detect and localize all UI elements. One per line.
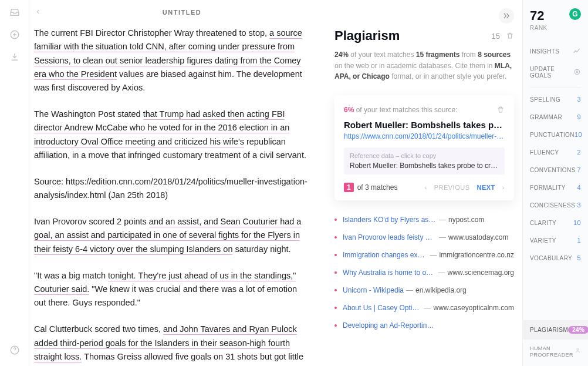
category-row[interactable]: VARIETY1 [530,231,581,249]
new-doc-icon[interactable] [9,29,20,40]
doc-title[interactable]: UNTITLED [163,9,201,16]
category-row[interactable]: FORMALITY4 [530,179,581,196]
match-list: Islanders KO'd by Flyers as losing strea… [334,211,514,334]
plagiarism-pill: 24% [568,326,588,334]
list-item[interactable]: Unicorn - Wikipedia — en.wikipedia.org [334,281,514,299]
category-row[interactable]: VOCABULARY5 [530,249,581,267]
goals-row[interactable]: UPDATE GOALS [530,61,581,84]
person-icon [575,347,581,357]
left-rail [0,0,29,366]
grammarly-badge-icon[interactable]: G [569,8,581,20]
document-body[interactable]: The current FBI Director Christopher Wra… [29,24,334,366]
expand-icon[interactable] [499,8,514,23]
list-item[interactable]: About Us | Casey Optical | Al... — www.c… [334,299,514,317]
inbox-icon[interactable] [9,7,20,18]
plagiarism-summary: 24% of your text matches 15 fragments fr… [334,49,514,82]
list-item[interactable]: Ivan Provorov leads feisty Flyers to ...… [334,229,514,246]
rank-label: RANK [530,25,581,31]
right-rail: 72 G RANK INSIGHTS UPDATE GOALS SPELLING… [522,0,588,366]
trash-icon[interactable] [506,32,514,40]
category-row[interactable]: FLUENCY2 [530,143,581,161]
pager-current: 1 [344,183,354,192]
plagiarism-count: 15 [492,32,500,41]
list-item[interactable]: Immigration changes expecte... — immigra… [334,246,514,264]
insights-row[interactable]: INSIGHTS [530,42,581,61]
reference-snippet: Robert Mueller: Bombshells takes probe t… [350,162,499,170]
svg-point-2 [575,69,579,74]
match-title: Robert Mueller: Bombshells takes probe t… [344,120,505,130]
match-url[interactable]: https://www.cnn.com/2018/01/24/politics/… [344,132,505,140]
list-item[interactable]: Islanders KO'd by Flyers as losing strea… [334,211,514,229]
pager-total: of 3 matches [357,183,398,192]
chevron-left-icon[interactable]: ‹ [424,184,427,191]
target-icon [573,68,581,76]
match-pager: 1 of 3 matches ‹ PREVIOUS NEXT › [344,183,505,192]
list-item[interactable]: Developing an Ad-Reporting Typology: A N… [334,317,514,334]
reference-box[interactable]: Reference data – click to copy Robert Mu… [344,147,505,174]
category-row[interactable]: CLARITY10 [530,214,581,231]
list-item[interactable]: Why Australia is home to one of t... — w… [334,264,514,281]
prev-button[interactable]: PREVIOUS [434,184,470,191]
svg-point-4 [577,348,579,350]
download-icon[interactable] [9,52,20,62]
category-row[interactable]: GRAMMAR9 [530,108,581,126]
human-proofreader-row[interactable]: HUMAN PROOFREADER [530,340,581,360]
category-row[interactable]: CONCISENESS3 [530,196,581,214]
svg-point-3 [576,71,578,73]
editor-pane: UNTITLED The current FBI Director Christ… [29,0,334,366]
score: 72 [530,8,544,23]
reference-label: Reference data – click to copy [350,152,499,159]
chevron-right-icon[interactable]: › [502,184,505,191]
next-button[interactable]: NEXT [477,184,495,191]
back-icon[interactable] [35,8,41,15]
plagiarism-panel: Plagiarism 15 24% of your text matches 1… [334,0,522,366]
match-pct: 6% [344,106,354,114]
trash-icon[interactable] [496,106,505,114]
category-row[interactable]: CONVENTIONS7 [530,161,581,179]
match-card[interactable]: 6% of your text matches this source: Rob… [334,95,514,200]
help-icon[interactable] [9,345,20,355]
category-list: SPELLING3GRAMMAR9PUNCTUATION10FLUENCY2CO… [530,90,581,267]
source-line: Source: https://edition.cnn.com/2018/01/… [34,175,311,202]
plagiarism-nav-row[interactable]: PLAGIARISM 24% [523,320,588,340]
titlebar: UNTITLED [29,0,334,24]
category-row[interactable]: PUNCTUATION10 [530,126,581,143]
plagiarism-title: Plagiarism [334,28,400,43]
insights-icon [573,47,581,55]
category-row[interactable]: SPELLING3 [530,90,581,108]
